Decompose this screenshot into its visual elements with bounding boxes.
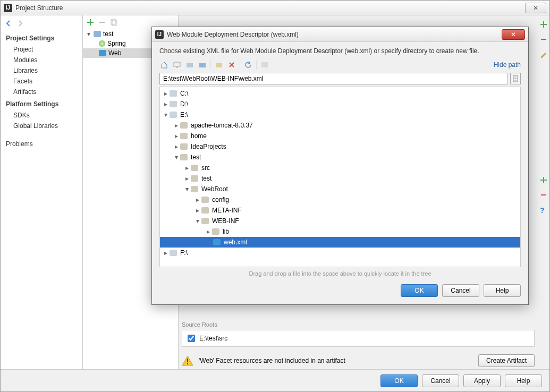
cancel-button[interactable]: Cancel bbox=[422, 374, 459, 387]
tree-row-src[interactable]: ▸src bbox=[160, 163, 520, 173]
app-icon: IJ bbox=[4, 4, 12, 12]
nav-modules[interactable]: Modules bbox=[1, 55, 82, 65]
help-button[interactable]: Help bbox=[505, 374, 542, 387]
dialog-app-icon: IJ bbox=[155, 30, 164, 39]
module-icon bbox=[94, 31, 101, 37]
nav-sdks[interactable]: SDKs bbox=[1, 110, 82, 121]
apply-button[interactable]: Apply bbox=[463, 374, 501, 387]
chevron-down-icon: ▾ bbox=[195, 217, 200, 225]
bottom-bar: OK Cancel Apply Help bbox=[1, 369, 549, 391]
refresh-icon[interactable] bbox=[243, 60, 253, 70]
chevron-right-icon: ▸ bbox=[184, 164, 190, 172]
nav-forward-icon[interactable] bbox=[16, 20, 24, 27]
dialog-content: Choose existing XML file for Web Module … bbox=[152, 42, 528, 278]
tree-row-test2[interactable]: ▸test bbox=[160, 173, 520, 184]
side-add2-button[interactable] bbox=[540, 176, 547, 184]
chevron-right-icon: ▸ bbox=[184, 175, 190, 182]
source-root-checkbox[interactable] bbox=[188, 335, 195, 342]
dialog-bottom-bar: OK Cancel Help bbox=[152, 278, 528, 304]
chevron-right-icon: ▸ bbox=[163, 90, 168, 97]
drive-icon bbox=[170, 101, 177, 107]
side-remove2-button[interactable] bbox=[540, 191, 547, 199]
tree-row-test[interactable]: ▾test bbox=[160, 152, 520, 163]
home-icon[interactable] bbox=[159, 60, 169, 70]
dialog-cancel-button[interactable]: Cancel bbox=[442, 284, 479, 297]
add-button[interactable] bbox=[86, 18, 95, 27]
side-edit-button[interactable] bbox=[540, 50, 547, 58]
facet-label: Web bbox=[108, 49, 121, 57]
hide-path-link[interactable]: Hide path bbox=[494, 61, 521, 69]
facet-label: Spring bbox=[107, 40, 126, 47]
nav-project[interactable]: Project bbox=[1, 44, 82, 55]
show-hidden-icon[interactable] bbox=[260, 60, 269, 70]
tree-row-webinf[interactable]: ▾WEB-INF bbox=[160, 216, 520, 226]
folder-icon bbox=[180, 154, 188, 160]
source-roots-label: Source Roots bbox=[182, 321, 535, 328]
delete-icon[interactable] bbox=[227, 60, 236, 70]
side-add-button[interactable] bbox=[540, 21, 547, 28]
side-remove-button[interactable] bbox=[540, 36, 547, 43]
dialog-help-button[interactable]: Help bbox=[484, 284, 521, 297]
xml-file-icon bbox=[213, 239, 221, 245]
tree-row-drive-e[interactable]: ▾E:\ bbox=[160, 109, 520, 120]
nav-heading-platform-settings: Platform Settings bbox=[1, 97, 82, 110]
svg-rect-5 bbox=[187, 63, 193, 67]
folder-icon bbox=[180, 122, 188, 129]
chevron-right-icon: ▸ bbox=[163, 249, 168, 257]
nav-facets[interactable]: Facets bbox=[1, 76, 82, 87]
file-tree[interactable]: ▸C:\ ▸D:\ ▾E:\ ▸apache-tomcat-8.0.37 ▸ho… bbox=[159, 87, 521, 267]
chevron-right-icon: ▸ bbox=[174, 132, 179, 140]
chevron-right-icon: ▸ bbox=[163, 100, 168, 108]
new-folder-icon[interactable] bbox=[214, 60, 224, 70]
titlebar: IJ Project Structure ✕ bbox=[1, 1, 549, 15]
warning-icon bbox=[182, 355, 193, 366]
history-button[interactable] bbox=[510, 73, 521, 84]
module-icon[interactable] bbox=[198, 60, 207, 70]
project-icon[interactable] bbox=[185, 60, 194, 70]
tree-row-drive-f[interactable]: ▸F:\ bbox=[160, 248, 520, 258]
file-chooser-dialog: IJ Web Module Deployment Descriptor (web… bbox=[151, 27, 529, 305]
spring-icon bbox=[99, 40, 105, 47]
source-roots-section: Source Roots E:\test\src 'Web' Facet res… bbox=[182, 321, 535, 367]
dialog-prompt: Choose existing XML file for Web Module … bbox=[159, 47, 521, 55]
folder-icon bbox=[180, 133, 188, 139]
path-input[interactable] bbox=[159, 73, 508, 84]
create-artifact-button[interactable]: Create Artifact bbox=[478, 354, 535, 367]
window-title: Project Structure bbox=[15, 4, 523, 12]
drive-icon bbox=[170, 250, 177, 256]
source-root-path: E:\test\src bbox=[199, 335, 227, 342]
chevron-down-icon: ▾ bbox=[174, 154, 179, 161]
nav-problems[interactable]: Problems bbox=[1, 139, 82, 149]
dialog-close-button[interactable]: ✕ bbox=[502, 29, 525, 40]
tree-row-home[interactable]: ▸home bbox=[160, 131, 520, 141]
nav-libraries[interactable]: Libraries bbox=[1, 65, 82, 76]
tree-row-ideaprojects[interactable]: ▸IdeaProjects bbox=[160, 141, 520, 152]
svg-rect-2 bbox=[187, 359, 188, 362]
tree-row-webroot[interactable]: ▾WebRoot bbox=[160, 184, 520, 194]
path-row bbox=[159, 73, 521, 84]
tree-row-metainf[interactable]: ▸META-INF bbox=[160, 205, 520, 216]
svg-rect-4 bbox=[174, 62, 180, 66]
tree-row-lib[interactable]: ▸lib bbox=[160, 226, 520, 237]
side-help-button[interactable]: ? bbox=[540, 206, 547, 214]
desktop-icon[interactable] bbox=[172, 60, 182, 70]
drive-icon bbox=[170, 112, 177, 118]
nav-global-libraries[interactable]: Global Libraries bbox=[1, 121, 82, 131]
copy-button[interactable] bbox=[109, 18, 118, 27]
tree-row-webxml[interactable]: web.xml bbox=[160, 237, 520, 248]
chevron-right-icon: ▸ bbox=[174, 143, 179, 150]
window-close-button[interactable]: ✕ bbox=[525, 3, 546, 13]
ok-button[interactable]: OK bbox=[380, 374, 418, 387]
drop-hint: Drag and drop a file into the space abov… bbox=[159, 267, 521, 278]
nav-artifacts[interactable]: Artifacts bbox=[1, 87, 82, 97]
remove-button[interactable] bbox=[98, 18, 106, 27]
chevron-right-icon: ▸ bbox=[195, 196, 200, 203]
tree-row-drive-c[interactable]: ▸C:\ bbox=[160, 88, 520, 99]
tree-row-drive-d[interactable]: ▸D:\ bbox=[160, 99, 520, 109]
web-icon bbox=[99, 50, 106, 56]
folder-icon bbox=[212, 228, 219, 235]
tree-row-config[interactable]: ▸config bbox=[160, 194, 520, 205]
nav-back-icon[interactable] bbox=[5, 20, 12, 27]
dialog-ok-button[interactable]: OK bbox=[401, 284, 438, 297]
tree-row-tomcat[interactable]: ▸apache-tomcat-8.0.37 bbox=[160, 120, 520, 131]
